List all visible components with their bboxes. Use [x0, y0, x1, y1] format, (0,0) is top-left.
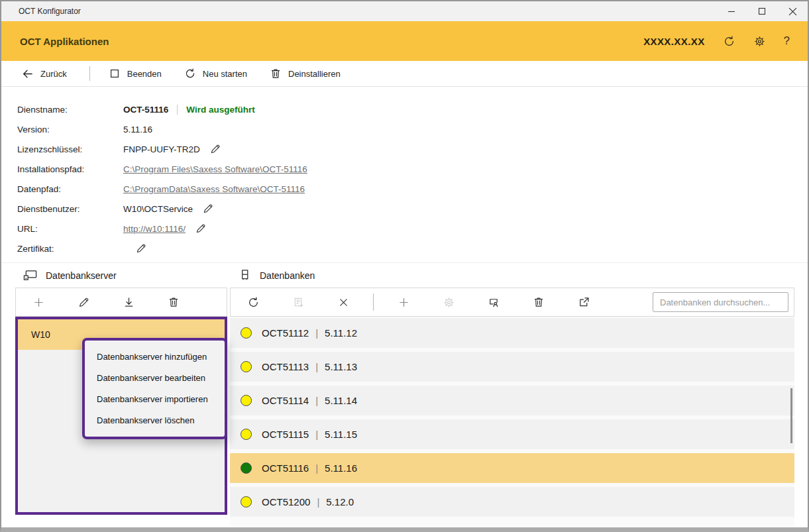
pipe-separator: |	[315, 429, 318, 440]
pencil-icon	[209, 143, 221, 155]
edit-service-user-button[interactable]	[202, 203, 214, 215]
database-version: 5.11.14	[325, 395, 357, 406]
data-path-link[interactable]: C:\ProgramData\Saxess Software\OCT-51116	[123, 184, 305, 194]
status-dot-yellow-icon	[241, 429, 252, 440]
pipe-separator: |	[315, 395, 318, 406]
share-database-button[interactable]	[561, 288, 606, 316]
server-context-menu: Datenbankserver hinzufügen Datenbankserv…	[82, 338, 227, 439]
database-row-oct51113[interactable]: OCT51113 | 5.11.13	[230, 352, 794, 382]
back-button[interactable]: Zurück	[21, 68, 67, 80]
uninstall-label: Deinstallieren	[288, 69, 341, 79]
header-refresh-button[interactable]	[723, 35, 735, 48]
database-row-oct51200[interactable]: OCT51200 | 5.12.0	[230, 487, 794, 517]
database-name: OCT51116	[262, 462, 309, 474]
certificate-label: Zertifikat:	[17, 244, 123, 254]
close-icon	[788, 7, 797, 16]
status-dot-yellow-icon	[241, 395, 252, 406]
server-name: W10	[31, 329, 50, 340]
toolbar-separator	[373, 293, 374, 311]
pipe-separator: |	[315, 361, 318, 372]
gear-icon	[753, 35, 766, 48]
menu-item-add-server[interactable]: Datenbankserver hinzufügen	[85, 346, 225, 367]
import-server-button[interactable]	[106, 288, 151, 316]
edit-certificate-button[interactable]	[135, 242, 147, 254]
download-icon	[123, 296, 135, 309]
install-path-link[interactable]: C:\Program Files\Saxess Software\OCT-511…	[123, 164, 307, 174]
service-status-badge: Wird ausgeführt	[177, 105, 254, 115]
maximize-button[interactable]	[747, 1, 777, 21]
settings-button[interactable]	[753, 35, 766, 48]
pipe-separator: |	[315, 327, 318, 339]
window-controls	[716, 1, 808, 21]
menu-item-delete-server[interactable]: Datenbankserver löschen	[85, 409, 225, 431]
url-label: URL:	[17, 224, 123, 234]
stop-service-button[interactable]: Beenden	[109, 68, 162, 80]
back-label: Zurück	[40, 69, 67, 79]
database-row-oct51112[interactable]: OCT51112 | 5.11.12	[230, 318, 794, 348]
scrollbar-thumb[interactable]	[790, 388, 792, 443]
database-name: OCT51114	[262, 395, 309, 406]
database-row-oct51116-selected[interactable]: OCT51116 | 5.11.16	[230, 453, 794, 483]
service-user-row: Dienstbenutzer: W10\OCTService	[17, 199, 808, 219]
edit-license-button[interactable]	[209, 143, 221, 155]
pencil-icon	[78, 296, 90, 309]
app-header: OCT Applikationen XXXX.XX.XX ?	[1, 21, 808, 61]
servers-panel-title: Datenbankserver	[46, 270, 117, 281]
help-button[interactable]: ?	[784, 34, 790, 48]
command-bar: Zurück Beenden Neu starten Deinstalliere…	[1, 61, 808, 87]
script-add-button[interactable]	[276, 288, 321, 316]
refresh-icon	[723, 35, 735, 48]
page-title: OCT Applikationen	[20, 36, 109, 47]
refresh-databases-button[interactable]	[231, 288, 276, 316]
restart-service-button[interactable]: Neu starten	[184, 68, 247, 80]
header-actions: XXXX.XX.XX ?	[643, 34, 790, 48]
certificate-row: Zertifikat:	[17, 239, 808, 258]
database-name: OCT51113	[262, 361, 309, 372]
service-user-value: W10\OCTService	[123, 204, 193, 214]
menu-item-import-server[interactable]: Datenbankserver importieren	[85, 388, 225, 409]
disconnect-database-button[interactable]	[321, 288, 366, 316]
delete-database-button[interactable]	[516, 288, 561, 316]
database-name: OCT51112	[262, 327, 309, 339]
status-dot-yellow-icon	[241, 361, 252, 372]
database-version: 5.11.15	[325, 429, 357, 440]
database-search-input[interactable]	[653, 292, 788, 312]
url-link[interactable]: http://w10:1116/	[123, 224, 186, 234]
license-row: Lizenzschlüssel: FNPP-UUFY-TR2D	[17, 139, 808, 159]
database-user-icon	[487, 296, 500, 309]
panels-section: Datenbankserver W10	[1, 262, 808, 527]
databases-toolbar	[230, 288, 794, 317]
delete-server-button[interactable]	[151, 288, 196, 316]
maximize-icon	[758, 7, 766, 15]
minimize-button[interactable]	[716, 1, 747, 21]
database-row-oct51114[interactable]: OCT51114 | 5.11.14	[230, 386, 794, 415]
restart-icon	[184, 68, 196, 80]
trash-icon	[270, 68, 282, 80]
pencil-icon	[202, 203, 214, 215]
uninstall-button[interactable]: Deinstallieren	[270, 68, 341, 80]
restart-label: Neu starten	[203, 69, 247, 79]
command-separator	[89, 66, 90, 81]
close-button[interactable]	[777, 1, 808, 21]
database-user-button[interactable]	[471, 288, 516, 316]
service-name-row: Dienstname: OCT-51116 Wird ausgeführt	[17, 99, 808, 119]
install-path-label: Installationspfad:	[17, 164, 123, 174]
pencil-icon	[135, 242, 147, 254]
license-value: FNPP-UUFY-TR2D	[123, 144, 200, 154]
database-name: OCT51115	[262, 429, 309, 440]
stop-label: Beenden	[127, 69, 162, 79]
edit-server-button[interactable]	[61, 288, 106, 316]
url-row: URL: http://w10:1116/	[17, 219, 808, 239]
titlebar: OCT Konfigurator	[1, 1, 808, 21]
add-server-button[interactable]	[16, 288, 61, 316]
add-database-button[interactable]	[381, 288, 426, 316]
menu-item-edit-server[interactable]: Datenbankserver bearbeiten	[85, 367, 225, 388]
database-settings-button[interactable]	[426, 288, 471, 316]
edit-url-button[interactable]	[195, 223, 207, 235]
pipe-separator: |	[317, 496, 319, 507]
databases-panel-title: Datenbanken	[260, 270, 315, 281]
script-add-icon	[292, 296, 305, 309]
database-row-oct51115[interactable]: OCT51115 | 5.11.15	[230, 419, 794, 449]
help-icon: ?	[784, 34, 790, 48]
version-placeholder: XXXX.XX.XX	[643, 36, 704, 47]
